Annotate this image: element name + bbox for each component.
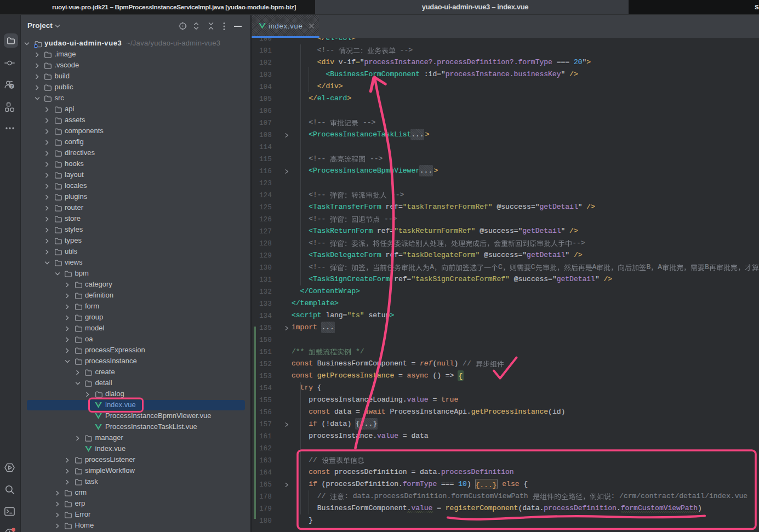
svg-text:?: ? xyxy=(10,84,13,89)
